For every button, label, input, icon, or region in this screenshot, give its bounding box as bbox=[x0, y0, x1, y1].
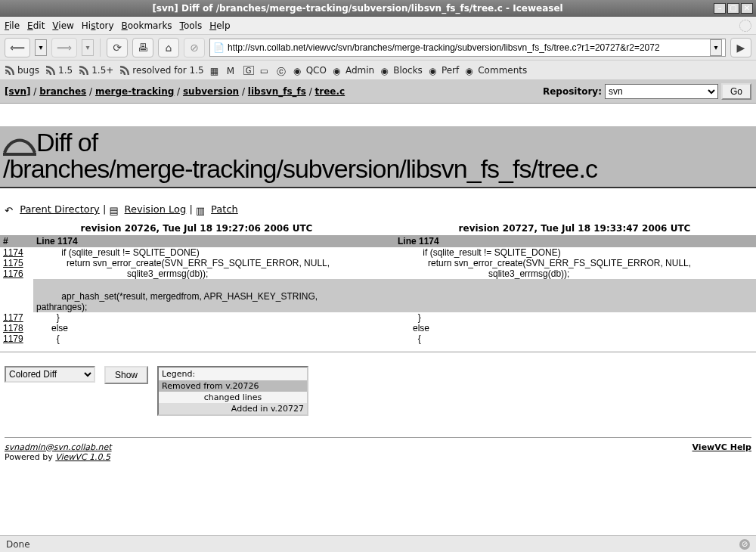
bookmark-comments[interactable]: ◉Comments bbox=[465, 65, 527, 76]
bookmark-cb[interactable]: ⓒ bbox=[277, 66, 287, 75]
navigation-toolbar: ⟸ ▾ ⟹ ▾ ⟳ 🖶 ⌂ ⊘ 📄 ▾ ▶ bbox=[0, 35, 756, 60]
feed-icon bbox=[79, 66, 89, 75]
line-number-link[interactable]: 1175 bbox=[3, 258, 23, 268]
breadcrumb-branches[interactable]: branches bbox=[39, 86, 86, 97]
window-title: [svn] Diff of /branches/merge-tracking/s… bbox=[152, 3, 562, 14]
breadcrumb-tree-c[interactable]: tree.c bbox=[315, 86, 345, 97]
page-footer: svnadmin@svn.collab.net Powered by ViewV… bbox=[5, 437, 751, 467]
heading-line1: Diff of bbox=[36, 128, 98, 157]
bookmark-1-5[interactable]: 1.5 bbox=[45, 65, 73, 76]
forward-button[interactable]: ⟹ bbox=[51, 38, 77, 57]
status-text: Done bbox=[6, 539, 30, 550]
diff-cell-lineno bbox=[0, 291, 33, 302]
diff-cell-right bbox=[395, 302, 756, 312]
diff-cell-right: if (sqlite_result != SQLITE_DONE) bbox=[395, 247, 756, 258]
menu-bar: File Edit View History Bookmarks Tools H… bbox=[0, 17, 756, 35]
legend-removed: Removed from v.20726 bbox=[159, 380, 307, 392]
legend-box: Legend: Removed from v.20726 changed lin… bbox=[157, 366, 308, 416]
menu-tools[interactable]: Tools bbox=[180, 20, 203, 31]
breadcrumb-libsvn-fs-fs[interactable]: libsvn_fs_fs bbox=[248, 86, 306, 97]
diff-col-hash: # bbox=[0, 235, 33, 247]
breadcrumb-merge-tracking[interactable]: merge-tracking bbox=[95, 86, 174, 97]
page-favicon-icon: 📄 bbox=[213, 42, 225, 53]
window-minimize-button[interactable]: – bbox=[714, 3, 726, 14]
url-bar[interactable]: 📄 ▾ bbox=[209, 39, 726, 57]
back-button[interactable]: ⟸ bbox=[5, 38, 30, 57]
bookmark-mail[interactable]: M bbox=[227, 66, 237, 75]
diff-table: # Line 1174 Line 1174 1174 if (sqlite_re… bbox=[0, 235, 756, 344]
table-row: 1177 } } bbox=[0, 312, 756, 323]
stop-button[interactable]: ⊘ bbox=[184, 38, 205, 57]
line-number-link[interactable]: 1179 bbox=[3, 333, 23, 344]
bookmark-bugs[interactable]: bugs bbox=[5, 65, 39, 76]
reload-button[interactable]: ⟳ bbox=[107, 38, 128, 57]
back-history-dropdown[interactable]: ▾ bbox=[35, 39, 47, 56]
heading-line2: /branches/merge-tracking/subversion/libs… bbox=[3, 154, 753, 184]
repository-selector: Repository: svn Go bbox=[543, 83, 751, 100]
action-links: ↶ Parent Directory | ▤ Revision Log | ▥ … bbox=[0, 188, 756, 222]
bookmark-resolved-1-5[interactable]: resolved for 1.5 bbox=[119, 65, 203, 76]
url-input[interactable] bbox=[228, 42, 707, 53]
bookmark-1-5-plus[interactable]: 1.5+ bbox=[79, 65, 113, 76]
diff-cell-left bbox=[33, 279, 395, 291]
revision-header: revision 20726, Tue Jul 18 19:27:06 2006… bbox=[0, 222, 756, 235]
g-icon: G bbox=[243, 66, 254, 75]
print-button[interactable]: 🖶 bbox=[132, 38, 153, 57]
go-button[interactable]: ▶ bbox=[730, 38, 751, 57]
menu-file[interactable]: File bbox=[5, 20, 20, 31]
patch-icon: ▥ bbox=[196, 205, 208, 216]
diff-cell-right: return svn_error_create(SVN_ERR_FS_SQLIT… bbox=[395, 258, 756, 268]
diff-cell-lineno: 1174 bbox=[0, 247, 33, 258]
window-maximize-button[interactable]: ▢ bbox=[727, 3, 739, 14]
diff-cell-lineno bbox=[0, 279, 33, 291]
viewvc-help-link[interactable]: ViewVC Help bbox=[692, 442, 751, 452]
breadcrumb-svn[interactable]: [svn] bbox=[5, 86, 30, 97]
bookmark-icon-1[interactable]: ▦ bbox=[210, 66, 221, 75]
home-button[interactable]: ⌂ bbox=[158, 38, 179, 57]
bookmark-perf[interactable]: ◉Perf bbox=[429, 65, 459, 76]
url-history-dropdown[interactable]: ▾ bbox=[710, 39, 722, 56]
breadcrumb-subversion[interactable]: subversion bbox=[183, 86, 239, 97]
globe-icon: ◉ bbox=[429, 66, 439, 75]
bookmark-admin[interactable]: ◉Admin bbox=[333, 65, 374, 76]
menu-bookmarks[interactable]: Bookmarks bbox=[122, 20, 172, 31]
repository-go-button[interactable]: Go bbox=[721, 83, 751, 100]
diff-cell-lineno: 1176 bbox=[0, 268, 33, 279]
line-number-link[interactable]: 1176 bbox=[3, 268, 23, 279]
revision-log-link[interactable]: Revision Log bbox=[125, 203, 187, 215]
diff-cell-right: { bbox=[395, 333, 756, 344]
diff-cell-right: } bbox=[395, 312, 756, 323]
table-row bbox=[0, 279, 756, 291]
bookmark-g[interactable]: G bbox=[243, 66, 254, 75]
show-button[interactable]: Show bbox=[104, 366, 148, 384]
patch-link[interactable]: Patch bbox=[211, 203, 238, 215]
diff-cell-left: pathranges); bbox=[33, 302, 395, 312]
menu-edit[interactable]: Edit bbox=[27, 20, 45, 31]
menu-help[interactable]: Help bbox=[209, 20, 230, 31]
window-close-button[interactable]: ✕ bbox=[741, 3, 753, 14]
line-number-link[interactable]: 1177 bbox=[3, 312, 23, 323]
legend-title: Legend: bbox=[159, 367, 307, 380]
bookmark-qco[interactable]: ◉QCO bbox=[293, 65, 327, 76]
diff-mode-select[interactable]: Colored Diff bbox=[5, 366, 95, 383]
repository-label: Repository: bbox=[543, 86, 602, 97]
repository-select[interactable]: svn bbox=[605, 84, 718, 99]
revision-left: revision 20726, Tue Jul 18 19:27:06 2006… bbox=[0, 223, 393, 234]
line-number-link[interactable]: 1178 bbox=[3, 323, 23, 333]
forward-history-dropdown[interactable]: ▾ bbox=[82, 39, 94, 56]
parent-directory-link[interactable]: Parent Directory bbox=[20, 203, 100, 215]
viewvc-version-link[interactable]: ViewVC 1.0.5 bbox=[55, 452, 110, 462]
app-icon: ▦ bbox=[210, 66, 221, 75]
bookmark-icon-2[interactable]: ▭ bbox=[260, 66, 271, 75]
revision-right: revision 20727, Tue Jul 18 19:33:47 2006… bbox=[393, 223, 756, 234]
diff-cell-left: } bbox=[33, 312, 395, 323]
bookmark-blocks[interactable]: ◉Blocks bbox=[380, 65, 423, 76]
admin-email-link[interactable]: svnadmin@svn.collab.net bbox=[5, 442, 112, 452]
diff-cell-left: { bbox=[33, 333, 395, 344]
table-row: pathranges); bbox=[0, 302, 756, 312]
line-number-link[interactable]: 1174 bbox=[3, 247, 23, 258]
diff-cell-right: sqlite3_errmsg(db)); bbox=[395, 268, 756, 279]
cb-icon: ⓒ bbox=[277, 66, 287, 75]
menu-history[interactable]: History bbox=[82, 20, 114, 31]
menu-view[interactable]: View bbox=[52, 20, 73, 31]
